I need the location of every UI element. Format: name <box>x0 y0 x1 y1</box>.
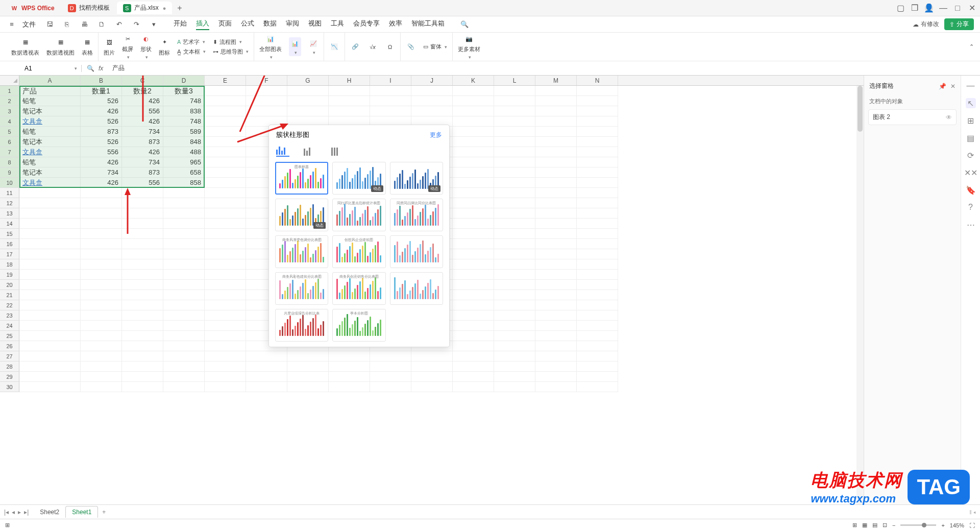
cell[interactable] <box>494 137 535 147</box>
attach-button[interactable]: 📎 <box>406 42 416 52</box>
cell[interactable] <box>81 361 122 372</box>
cell[interactable] <box>122 300 163 310</box>
cell[interactable] <box>494 127 535 137</box>
row-header[interactable]: 28 <box>0 361 19 372</box>
row-header[interactable]: 10 <box>0 178 19 188</box>
cell[interactable]: 数量3 <box>163 86 205 96</box>
cube-icon[interactable]: ❒ <box>911 4 919 12</box>
cell[interactable] <box>535 167 577 178</box>
collapse-ribbon-button[interactable]: ⌃ <box>969 43 974 50</box>
cell[interactable] <box>577 290 618 300</box>
cell[interactable] <box>535 198 577 208</box>
cell[interactable] <box>81 372 122 382</box>
sheet-tab-sheet1[interactable]: Sheet1 <box>65 506 98 518</box>
cell[interactable] <box>122 382 163 392</box>
symbol-button[interactable]: Ω <box>385 42 395 52</box>
cell[interactable] <box>19 219 81 229</box>
column-chart-button[interactable]: 📊▾ <box>289 37 301 56</box>
cell[interactable] <box>81 259 122 270</box>
cell[interactable] <box>122 249 163 259</box>
cell[interactable] <box>577 361 618 372</box>
cell[interactable] <box>494 331 535 341</box>
cell[interactable] <box>453 198 494 208</box>
cell[interactable] <box>453 341 494 351</box>
cell[interactable] <box>453 321 494 331</box>
chart-thumb[interactable]: 动态动态 <box>275 199 328 231</box>
cell[interactable] <box>494 290 535 300</box>
cell[interactable]: 658 <box>163 167 205 178</box>
cell[interactable] <box>205 157 246 167</box>
cell[interactable] <box>19 310 81 321</box>
cell[interactable] <box>19 372 81 382</box>
share-button[interactable]: ⇪分享 <box>944 18 974 30</box>
cell[interactable] <box>577 178 618 188</box>
cell[interactable] <box>453 86 494 96</box>
cell[interactable] <box>494 198 535 208</box>
cell[interactable] <box>535 280 577 290</box>
view-reader-icon[interactable]: ⊡ <box>883 522 887 528</box>
cell[interactable]: 文具盒 <box>19 178 81 188</box>
chart-pop-more-link[interactable]: 更多 <box>430 131 442 139</box>
cell[interactable] <box>577 259 618 270</box>
mindmap-button[interactable]: ⊶思维导图▾ <box>213 48 249 56</box>
cell[interactable] <box>205 167 246 178</box>
row-header[interactable]: 1 <box>0 86 19 96</box>
cell[interactable] <box>205 147 246 157</box>
cell[interactable] <box>19 239 81 249</box>
cell[interactable] <box>163 249 205 259</box>
row-header[interactable]: 29 <box>0 372 19 382</box>
vertical-scrollbar[interactable] <box>856 86 864 504</box>
cell[interactable]: 965 <box>163 157 205 167</box>
cell[interactable] <box>122 331 163 341</box>
cell[interactable] <box>81 300 122 310</box>
cell[interactable] <box>535 270 577 280</box>
cell[interactable] <box>494 270 535 280</box>
col-header-A[interactable]: A <box>19 76 81 85</box>
cell[interactable] <box>287 372 329 382</box>
cell[interactable] <box>81 331 122 341</box>
cell[interactable] <box>81 249 122 259</box>
cell[interactable] <box>535 137 577 147</box>
cell[interactable] <box>163 208 205 219</box>
cell[interactable] <box>329 86 370 96</box>
cell[interactable] <box>205 382 246 392</box>
row-header[interactable]: 19 <box>0 270 19 280</box>
row-header[interactable]: 15 <box>0 229 19 239</box>
cell[interactable] <box>163 372 205 382</box>
cell[interactable] <box>577 249 618 259</box>
row-header[interactable]: 17 <box>0 249 19 259</box>
tab-efficiency[interactable]: 效率 <box>389 19 402 30</box>
cell[interactable] <box>287 96 329 106</box>
col-header-D[interactable]: D <box>163 76 205 85</box>
maximize-button[interactable]: □ <box>953 4 962 12</box>
cell[interactable] <box>577 198 618 208</box>
cell[interactable] <box>19 321 81 331</box>
textbox-button[interactable]: A̲文本框▾ <box>177 48 206 56</box>
select-all-corner[interactable] <box>0 76 19 86</box>
chart-thumb[interactable]: 月度业绩报告分析比表 <box>275 309 328 342</box>
cell[interactable] <box>494 361 535 372</box>
cell[interactable] <box>453 147 494 157</box>
close-window-button[interactable]: ✕ <box>968 4 976 12</box>
cell[interactable]: 426 <box>81 106 122 116</box>
cell[interactable] <box>205 188 246 198</box>
tab-ai[interactable]: 智能工具箱 <box>411 19 445 30</box>
cell[interactable] <box>329 96 370 106</box>
cell[interactable] <box>287 351 329 361</box>
cell[interactable] <box>122 341 163 351</box>
form-button[interactable]: ▭窗体▾ <box>423 43 447 51</box>
layout-icon[interactable]: ▢ <box>896 4 904 12</box>
cell[interactable] <box>453 382 494 392</box>
col-header-J[interactable]: J <box>411 76 453 85</box>
cell[interactable] <box>19 382 81 392</box>
tab-insert[interactable]: 插入 <box>196 19 209 30</box>
view-normal-icon[interactable]: ⊞ <box>852 522 857 528</box>
more-icon[interactable]: ⋯ <box>966 220 976 230</box>
add-sheet-button[interactable]: + <box>98 509 110 516</box>
chart-subtab-stacked[interactable] <box>304 146 317 157</box>
minimize-button[interactable]: — <box>939 4 947 12</box>
zoom-out-button[interactable]: − <box>892 522 895 528</box>
chart-thumb[interactable]: 动态 <box>332 162 385 195</box>
cell[interactable]: 734 <box>122 157 163 167</box>
cell[interactable] <box>494 372 535 382</box>
